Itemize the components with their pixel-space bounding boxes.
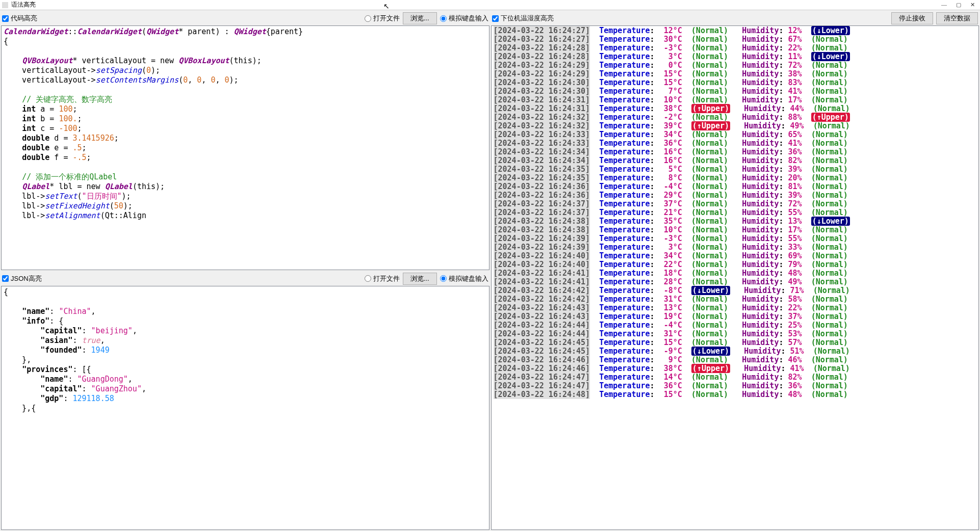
json-openfile-radio[interactable]: 打开文件 [365,274,400,283]
log-line: [2024-03-22 16:24:39] Temperature: -3°C … [494,234,977,243]
log-line: [2024-03-22 16:24:36] Temperature: -4°C … [494,182,977,191]
log-line: [2024-03-22 16:24:41] Temperature: 18°C … [494,269,977,278]
log-panel-header: 下位机温湿度高亮 停止接收 清空数据 [491,11,979,25]
log-line: [2024-03-22 16:24:28] Temperature: 3°C (… [494,52,977,61]
log-line: [2024-03-22 16:24:48] Temperature: 15°C … [494,390,977,399]
minimize-button[interactable]: — [941,2,947,8]
log-line: [2024-03-22 16:24:47] Temperature: 36°C … [494,382,977,390]
code-panel-header: 代码高亮 打开文件 浏览... 模拟键盘输入 [1,11,489,25]
log-line: [2024-03-22 16:24:41] Temperature: 28°C … [494,278,977,286]
json-simkb-radio[interactable]: 模拟键盘输入 [440,274,488,283]
log-line: [2024-03-22 16:24:31] Temperature: 38°C … [494,104,977,113]
code-openfile-label: 打开文件 [373,14,400,23]
json-editor[interactable]: { "name": "China", "info": { "capital": … [1,286,489,530]
clear-data-button[interactable]: 清空数据 [936,12,978,24]
code-simkb-radio[interactable]: 模拟键盘输入 [440,14,488,23]
log-line: [2024-03-22 16:24:42] Temperature: 31°C … [494,295,977,304]
log-line: [2024-03-22 16:24:40] Temperature: 34°C … [494,252,977,260]
code-openfile-radio[interactable]: 打开文件 [365,14,400,23]
log-line: [2024-03-22 16:24:44] Temperature: 31°C … [494,330,977,338]
stop-receive-button[interactable]: 停止接收 [891,12,933,24]
log-line: [2024-03-22 16:24:30] Temperature: 15°C … [494,78,977,87]
json-highlight-checkbox[interactable]: JSON高亮 [2,274,42,283]
log-line: [2024-03-22 16:24:47] Temperature: 14°C … [494,373,977,382]
log-line: [2024-03-22 16:24:38] Temperature: 10°C … [494,226,977,234]
log-line: [2024-03-22 16:24:29] Temperature: 15°C … [494,70,977,78]
json-openfile-label: 打开文件 [373,274,400,283]
log-line: [2024-03-22 16:24:42] Temperature: -8°C … [494,286,977,295]
log-line: [2024-03-22 16:24:27] Temperature: 30°C … [494,35,977,44]
code-highlight-label: 代码高亮 [11,14,37,23]
code-simkb-label: 模拟键盘输入 [449,14,488,23]
log-line: [2024-03-22 16:24:27] Temperature: 12°C … [494,26,977,35]
app-icon [2,2,8,8]
window-title: 语法高亮 [11,1,941,9]
log-line: [2024-03-22 16:24:36] Temperature: 29°C … [494,191,977,200]
log-highlight-checkbox[interactable]: 下位机温湿度高亮 [492,14,554,23]
log-line: [2024-03-22 16:24:45] Temperature: -9°C … [494,347,977,356]
log-line: [2024-03-22 16:24:40] Temperature: 22°C … [494,260,977,269]
code-editor[interactable]: CalendarWidget::CalendarWidget(QWidget* … [1,25,489,270]
log-line: [2024-03-22 16:24:32] Temperature: -2°C … [494,113,977,122]
log-line: [2024-03-22 16:24:28] Temperature: -3°C … [494,44,977,52]
log-line: [2024-03-22 16:24:32] Temperature: 39°C … [494,122,977,130]
log-line: [2024-03-22 16:24:34] Temperature: 16°C … [494,156,977,165]
log-line: [2024-03-22 16:24:33] Temperature: 34°C … [494,130,977,139]
log-line: [2024-03-22 16:24:31] Temperature: 10°C … [494,96,977,104]
log-line: [2024-03-22 16:24:35] Temperature: 5°C (… [494,165,977,174]
json-simkb-label: 模拟键盘输入 [449,274,488,283]
log-line: [2024-03-22 16:24:35] Temperature: 8°C (… [494,174,977,182]
log-line: [2024-03-22 16:24:38] Temperature: 35°C … [494,217,977,226]
log-line: [2024-03-22 16:24:46] Temperature: 38°C … [494,364,977,373]
log-line: [2024-03-22 16:24:37] Temperature: 37°C … [494,200,977,208]
log-line: [2024-03-22 16:24:29] Temperature: 0°C (… [494,61,977,70]
log-line: [2024-03-22 16:24:46] Temperature: 9°C (… [494,356,977,364]
log-line: [2024-03-22 16:24:39] Temperature: 3°C (… [494,243,977,252]
log-line: [2024-03-22 16:24:33] Temperature: 36°C … [494,139,977,148]
window-titlebar: 语法高亮 — ▢ ✕ [0,0,980,10]
log-line: [2024-03-22 16:24:37] Temperature: 21°C … [494,208,977,217]
maximize-button[interactable]: ▢ [956,2,961,8]
log-line: [2024-03-22 16:24:45] Temperature: 15°C … [494,338,977,347]
json-panel-header: JSON高亮 打开文件 浏览... 模拟键盘输入 [1,272,489,286]
log-line: [2024-03-22 16:24:44] Temperature: -4°C … [494,321,977,330]
close-button[interactable]: ✕ [970,2,975,8]
json-browse-button[interactable]: 浏览... [403,273,437,285]
json-highlight-label: JSON高亮 [11,274,42,283]
log-line: [2024-03-22 16:24:43] Temperature: 13°C … [494,304,977,312]
log-line: [2024-03-22 16:24:34] Temperature: 16°C … [494,148,977,156]
log-highlight-label: 下位机温湿度高亮 [501,14,554,23]
code-highlight-checkbox[interactable]: 代码高亮 [2,14,37,23]
code-browse-button[interactable]: 浏览... [403,12,437,24]
log-line: [2024-03-22 16:24:43] Temperature: 19°C … [494,312,977,321]
log-viewer[interactable]: [2024-03-22 16:24:27] Temperature: 12°C … [491,25,979,530]
log-line: [2024-03-22 16:24:30] Temperature: 7°C (… [494,87,977,96]
